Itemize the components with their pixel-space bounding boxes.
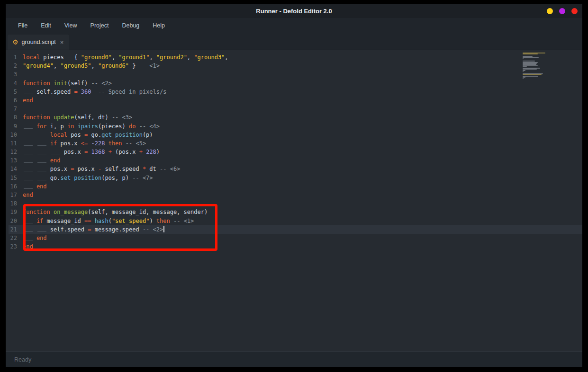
minimap-line (523, 53, 538, 54)
code-token: go. (50, 175, 61, 181)
gear-icon: ⚙ (12, 39, 18, 45)
code-line[interactable]: 19function on_message(self, message_id, … (9, 208, 582, 216)
code-line[interactable]: 4function init(self) -- <2> (9, 79, 582, 88)
code-text: go.set_position(pos, p) -- <7> (23, 174, 153, 182)
tab-ground-script[interactable]: ⚙ ground.script × (8, 35, 69, 50)
code-line[interactable]: 5self.speed = 360 -- Speed in pixels/s (9, 88, 582, 96)
window-control-minimize[interactable] (547, 8, 553, 14)
code-token: then (109, 140, 126, 147)
code-token: message_id (47, 218, 84, 224)
title-bar: Runner - Defold Editor 2.0 (6, 4, 582, 18)
menu-item-edit[interactable]: Edit (34, 18, 58, 33)
line-number: 20 (9, 217, 23, 225)
code-text: if pos.x <= -228 then -- <5> (23, 139, 146, 148)
code-token: ) (156, 149, 160, 155)
code-text: end (23, 156, 60, 165)
code-line[interactable]: 12pos.x = 1368 + (pos.x + 228) (9, 148, 582, 156)
line-number: 2 (9, 62, 23, 70)
code-token: "ground6" (98, 62, 129, 69)
line-number: 14 (9, 165, 23, 173)
code-token: (pieces) (98, 123, 129, 130)
window-control-maximize[interactable] (559, 8, 565, 14)
code-token: "ground5" (60, 62, 91, 69)
code-token: -- <3> (112, 114, 132, 121)
line-number: 8 (9, 113, 23, 122)
minimap-line (523, 78, 524, 79)
code-token: for (36, 123, 50, 130)
code-token: update (54, 114, 74, 121)
code-token: -- <2> (91, 80, 112, 87)
code-lines: 1local pieces = { "ground0", "ground1", … (6, 50, 582, 251)
code-token: function (23, 209, 54, 215)
code-text: function on_message(self, message_id, me… (23, 208, 208, 216)
code-text: for i, p in ipairs(pieces) do -- <4> (23, 122, 160, 131)
code-token: } (129, 62, 139, 69)
code-token: ( (109, 218, 112, 224)
code-token: , (225, 54, 228, 61)
menu-item-file[interactable]: File (11, 18, 34, 33)
code-text: end (23, 182, 47, 191)
menu-item-project[interactable]: Project (84, 18, 116, 33)
code-line[interactable]: 22end (9, 234, 582, 242)
code-line[interactable]: 23end (9, 242, 582, 251)
status-bar: Ready (6, 351, 582, 367)
code-token: end (23, 243, 33, 250)
code-line[interactable]: 2"ground4", "ground5", "ground6" } -- <1… (9, 62, 582, 70)
window-title: Runner - Defold Editor 2.0 (256, 8, 332, 15)
code-line[interactable]: 21self.speed = message.speed -- <2> (9, 225, 582, 234)
code-token: pos.x (64, 149, 84, 155)
code-text: self.speed = message.speed -- <2> (23, 225, 164, 234)
code-token: 228 (146, 149, 156, 155)
code-token: "ground0" (81, 54, 112, 61)
code-token: ipairs (78, 123, 98, 130)
minimap-line (523, 57, 539, 58)
code-line[interactable]: 11if pos.x <= -228 then -- <5> (9, 139, 582, 148)
code-token: hash (95, 218, 109, 224)
code-line[interactable]: 3 (9, 70, 582, 79)
code-line[interactable]: 10local pos = go.get_position(p) (9, 131, 582, 139)
minimap[interactable] (523, 53, 551, 79)
code-token: 360 (81, 89, 91, 95)
code-line[interactable]: 6end (9, 96, 582, 105)
code-token: end (23, 192, 33, 198)
code-token: self.speed (36, 89, 74, 95)
code-line[interactable]: 17end (9, 191, 582, 199)
code-token: -228 (91, 140, 105, 147)
code-token: + (109, 149, 112, 155)
menu-item-view[interactable]: View (58, 18, 84, 33)
minimap-line (523, 66, 527, 67)
window-control-close[interactable] (571, 8, 578, 14)
code-line[interactable]: 18 (9, 199, 582, 208)
code-token: if (36, 218, 47, 224)
code-token: go. (88, 132, 101, 138)
code-line[interactable]: 16end (9, 182, 582, 191)
menu-item-debug[interactable]: Debug (115, 18, 146, 33)
line-number: 17 (9, 191, 23, 199)
code-text: local pos = go.get_position(p) (23, 131, 153, 139)
code-text: end (23, 96, 33, 105)
code-token: , (54, 62, 60, 69)
code-line[interactable]: 7 (9, 105, 582, 113)
tab-close-icon[interactable]: × (60, 39, 64, 46)
code-token (88, 140, 91, 147)
code-token: local (23, 54, 43, 61)
code-token: -- <2> (143, 226, 163, 233)
code-line[interactable]: 9for i, p in ipairs(pieces) do -- <4> (9, 122, 582, 131)
code-token: , (149, 54, 156, 61)
code-token: + (139, 149, 143, 155)
code-token: -- <5> (126, 140, 146, 147)
code-line[interactable]: 8function update(self, dt) -- <3> (9, 113, 582, 122)
code-line[interactable]: 1local pieces = { "ground0", "ground1", … (9, 53, 582, 62)
code-line[interactable]: 20if message_id == hash("set_speed") the… (9, 217, 582, 225)
menu-item-help[interactable]: Help (146, 18, 172, 33)
code-token: , (91, 62, 98, 69)
code-token: (self, dt) (74, 114, 111, 121)
line-number: 10 (9, 131, 23, 139)
code-line[interactable]: 15go.set_position(pos, p) -- <7> (9, 174, 582, 182)
code-token: -- <1> (173, 218, 194, 224)
code-line[interactable]: 14pos.x = pos.x - self.speed * dt -- <6> (9, 165, 582, 173)
code-editor[interactable]: 1local pieces = { "ground0", "ground1", … (6, 50, 582, 351)
code-token: (pos.x (112, 149, 139, 155)
code-line[interactable]: 13end (9, 156, 582, 165)
code-token: init (54, 80, 67, 87)
